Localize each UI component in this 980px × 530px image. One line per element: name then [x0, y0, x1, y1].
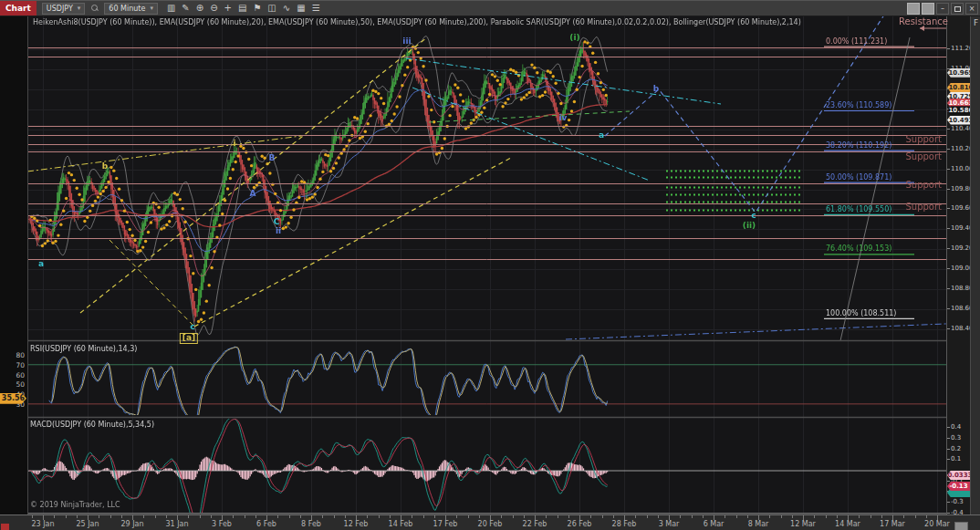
- date-tick-label: 25 Jan: [76, 520, 99, 528]
- rsi-scale-label: 60: [16, 371, 25, 379]
- date-tick-label: 28 Feb: [612, 520, 637, 528]
- time-tick-mark: [233, 515, 234, 518]
- date-tick-label: 14 Feb: [389, 520, 413, 528]
- wave-label: b: [102, 162, 108, 171]
- indicators-label: HeikenAshi8(USDJPY (60 Minute)), EMA(USD…: [33, 19, 801, 26]
- instrument-dropdown[interactable]: USDJPY ▾: [42, 3, 86, 15]
- time-tick-mark: [456, 515, 457, 518]
- time-tick-mark: [602, 515, 603, 518]
- time-tick-mark: [658, 515, 659, 518]
- time-tick-mark: [88, 515, 89, 520]
- wave-label: (ii): [743, 222, 756, 230]
- f-tab[interactable]: F: [971, 18, 980, 27]
- chart-tab[interactable]: Chart: [0, 1, 36, 16]
- time-tick-mark: [837, 515, 838, 518]
- titlebar: Chart USDJPY ▾ 60 Minute ▾ ▥✎⊕⊖+▤⚑◫∿▦☰ –…: [0, 1, 980, 16]
- time-tick-mark: [66, 515, 67, 518]
- rsi-scale-label: 80: [16, 351, 25, 359]
- time-tick-mark: [99, 515, 99, 518]
- time-tick-mark: [826, 515, 827, 518]
- time-tick-mark: [77, 515, 78, 518]
- time-tick-mark: [558, 515, 558, 518]
- time-tick-mark: [680, 515, 681, 518]
- time-tick-mark: [300, 515, 301, 518]
- price-axis[interactable]: 111.200111.000110.800110.600110.400110.2…: [946, 16, 970, 514]
- left-scale-strip[interactable]: 80706050403035.56: [0, 16, 28, 514]
- plot-area: HeikenAshi8(USDJPY (60 Minute)), EMA(USD…: [27, 16, 946, 514]
- support-label: Support: [905, 203, 942, 212]
- properties-list-icon[interactable]: ☰: [312, 4, 320, 13]
- macd-tick-label: -0.3: [947, 499, 964, 505]
- time-tick-mark: [535, 515, 536, 520]
- time-tick-mark: [613, 515, 614, 518]
- minimize-button[interactable]: –: [936, 3, 949, 15]
- chart-window-icon[interactable]: ◫: [267, 4, 276, 13]
- date-tick-label: 22 Feb: [523, 520, 547, 528]
- crosshair-icon[interactable]: +: [224, 4, 232, 13]
- time-tick-mark: [803, 515, 804, 520]
- window-tab-button-1[interactable]: [907, 3, 920, 15]
- time-tick-mark: [211, 515, 212, 518]
- wave-label: i: [233, 140, 235, 148]
- time-tick-mark: [255, 515, 256, 518]
- window-tab-button-2[interactable]: [922, 3, 934, 15]
- time-tick-mark: [792, 515, 793, 518]
- rsi-value-tag: 35.56: [0, 393, 26, 404]
- time-tick-mark: [434, 515, 435, 518]
- copyright-label: © 2019 NinjaTrader, LLC: [30, 502, 120, 509]
- price-value-tag: 110.816: [947, 83, 970, 92]
- support-label: Support: [905, 135, 942, 144]
- time-tick-mark: [143, 515, 144, 518]
- interval-dropdown[interactable]: 60 Minute ▾: [104, 3, 158, 15]
- date-tick-label: 20 Feb: [478, 520, 503, 528]
- time-tick-mark: [814, 515, 815, 518]
- time-tick-mark: [624, 515, 625, 520]
- bar-chart-icon[interactable]: ▥: [167, 4, 175, 13]
- wave-label: c: [190, 323, 194, 331]
- zigzag-line-icon[interactable]: ∿: [283, 4, 290, 13]
- macd-tick-label: 0.4: [947, 424, 961, 431]
- time-tick-mark: [881, 515, 882, 518]
- time-tick-mark: [568, 515, 569, 518]
- time-tick-mark: [423, 515, 424, 518]
- macd-tick-label: 0.2: [947, 446, 961, 452]
- restore-button[interactable]: [951, 3, 964, 15]
- fib-level-label: 100.00% (108.511): [826, 310, 896, 317]
- flag-marker-icon[interactable]: ⚑: [253, 4, 261, 13]
- time-tick-mark: [859, 515, 860, 518]
- time-tick-mark: [277, 515, 278, 518]
- time-tick-mark: [524, 515, 525, 518]
- new-document-icon[interactable]: ▤: [238, 4, 246, 13]
- time-tick-mark: [379, 515, 380, 518]
- close-button[interactable]: ×: [965, 3, 978, 15]
- time-tick-mark: [915, 515, 916, 518]
- time-tick-mark: [110, 515, 111, 518]
- zoom-out-icon[interactable]: ⊖: [210, 4, 217, 13]
- date-tick-label: 6 Feb: [256, 520, 276, 528]
- time-tick-mark: [725, 515, 725, 518]
- time-tick-mark: [490, 515, 491, 520]
- zoom-in-icon[interactable]: ⊕: [196, 4, 203, 13]
- time-tick-mark: [311, 515, 312, 520]
- wave-label: ii: [276, 227, 281, 235]
- resize-grip-handle[interactable]: [954, 522, 968, 530]
- right-side-strip[interactable]: F: [970, 16, 980, 514]
- wave-label: iii: [402, 37, 411, 46]
- pencil-draw-icon[interactable]: ✎: [182, 4, 189, 13]
- time-axis[interactable]: 23 Jan25 Jan29 Jan31 Jan3 Feb6 Feb8 Feb1…: [0, 514, 980, 530]
- rsi-panel-label: RSI(USDJPY (60 Minute),14,3): [30, 346, 137, 353]
- wave-label: c: [751, 212, 756, 220]
- time-tick-mark: [289, 515, 290, 518]
- time-tick-mark: [848, 515, 849, 520]
- time-tick-mark: [245, 515, 245, 518]
- chevron-down-icon: ▾: [150, 5, 153, 12]
- time-tick-mark: [401, 515, 401, 520]
- time-tick-mark: [479, 515, 480, 518]
- time-tick-mark: [903, 515, 904, 518]
- data-grid-icon[interactable]: ▦: [297, 4, 305, 13]
- wave-label: a: [38, 260, 44, 268]
- rsi-scale-label: 50: [16, 380, 25, 389]
- support-label: Support: [905, 152, 942, 161]
- time-tick-mark: [412, 515, 412, 518]
- search-icon[interactable]: [91, 5, 99, 12]
